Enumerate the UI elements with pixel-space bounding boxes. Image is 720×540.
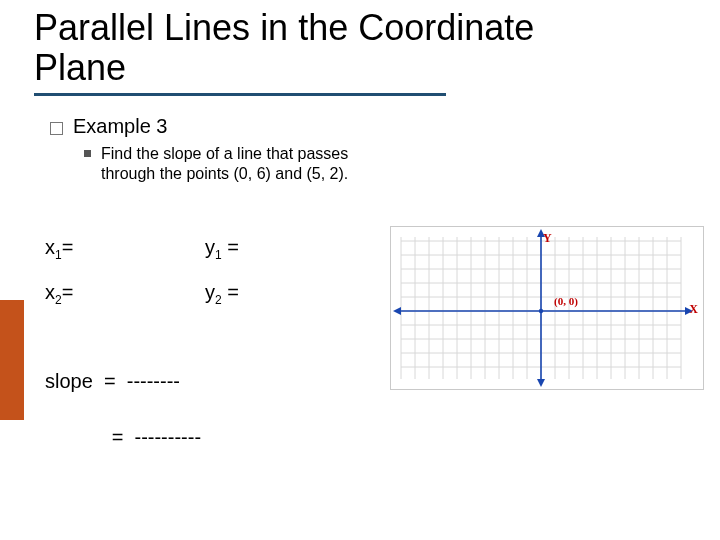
x1-var: x: [45, 236, 55, 258]
slope-block: slope = -------- = ----------: [45, 366, 201, 478]
title-underline: [34, 93, 446, 96]
y2-sub: 2: [215, 293, 222, 307]
x2-cell: x2=: [45, 281, 205, 304]
var-row-2: x2= y2 =: [45, 281, 375, 304]
slide: Parallel Lines in the Coordinate Plane E…: [0, 0, 720, 540]
bullet-open-icon: [50, 122, 63, 135]
coordinate-graph: Y X (0, 0): [390, 226, 704, 390]
accent-bar: [0, 300, 24, 420]
y1-cell: y1 =: [205, 236, 365, 259]
grid: [391, 227, 703, 389]
example-heading: Example 3: [73, 115, 168, 138]
content-block: Example 3 Find the slope of a line that …: [50, 115, 370, 184]
slope-line-2: = ----------: [45, 422, 201, 452]
x1-sub: 1: [55, 248, 62, 262]
example-text: Find the slope of a line that passes thr…: [101, 144, 361, 184]
x1-eq: =: [62, 236, 74, 258]
y1-sub: 1: [215, 248, 222, 262]
x-axis-label: X: [689, 302, 698, 317]
svg-point-36: [539, 309, 543, 313]
origin-label: (0, 0): [554, 295, 578, 307]
x2-sub: 2: [55, 293, 62, 307]
y1-var: y: [205, 236, 215, 258]
y-axis-label: Y: [543, 231, 552, 246]
graph-svg: [391, 227, 703, 389]
svg-rect-0: [391, 227, 703, 389]
title-line-1: Parallel Lines in the Coordinate: [34, 8, 534, 48]
y2-cell: y2 =: [205, 281, 365, 304]
example-sub-row: Find the slope of a line that passes thr…: [84, 144, 370, 184]
x2-eq: =: [62, 281, 74, 303]
variables-block: x1= y1 = x2= y2 =: [45, 236, 375, 326]
slide-title: Parallel Lines in the Coordinate Plane: [34, 8, 534, 88]
y2-var: y: [205, 281, 215, 303]
title-line-2: Plane: [34, 48, 534, 88]
slope-line-1: slope = --------: [45, 366, 201, 396]
var-row-1: x1= y1 =: [45, 236, 375, 259]
bullet-solid-icon: [84, 150, 91, 157]
x1-cell: x1=: [45, 236, 205, 259]
y1-eq: =: [227, 236, 239, 258]
x2-var: x: [45, 281, 55, 303]
example-heading-row: Example 3: [50, 115, 370, 138]
y2-eq: =: [227, 281, 239, 303]
